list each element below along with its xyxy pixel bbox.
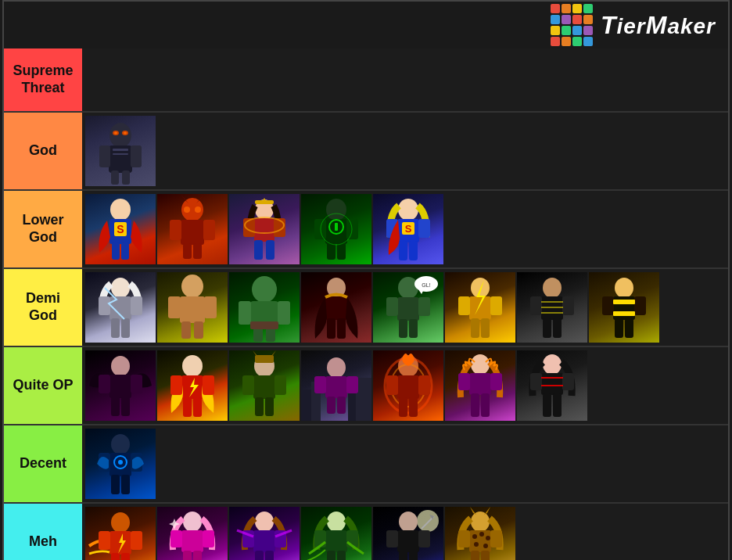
svg-rect-89 <box>490 296 502 315</box>
svg-rect-20 <box>170 220 181 240</box>
svg-rect-145 <box>418 375 430 395</box>
svg-marker-214 <box>470 507 476 515</box>
svg-rect-130 <box>301 389 313 421</box>
svg-rect-175 <box>121 553 130 560</box>
svg-rect-186 <box>255 551 264 560</box>
svg-rect-91 <box>481 318 490 338</box>
tier-label-god: God <box>4 113 82 189</box>
tier-row-demi-god: Demi God <box>4 269 728 347</box>
svg-rect-208 <box>481 551 490 560</box>
logo-cell <box>583 15 593 24</box>
svg-rect-23 <box>193 243 202 259</box>
svg-point-211 <box>486 536 490 540</box>
svg-point-46 <box>398 199 418 221</box>
svg-rect-111 <box>99 375 110 393</box>
tier-item[interactable] <box>517 272 587 343</box>
tier-item[interactable] <box>157 350 228 421</box>
svg-rect-107 <box>613 300 635 304</box>
tier-item[interactable] <box>373 350 443 421</box>
logo-cell <box>562 15 571 24</box>
tier-item[interactable]: S <box>373 194 443 264</box>
tier-items-god <box>82 113 728 189</box>
logo-cell <box>551 26 560 35</box>
svg-rect-156 <box>530 373 542 390</box>
svg-rect-198 <box>418 530 430 547</box>
svg-rect-180 <box>183 551 192 560</box>
tier-item[interactable] <box>85 272 156 343</box>
tier-items-demi-god: GL! <box>82 269 728 346</box>
svg-rect-59 <box>121 318 130 338</box>
tier-item[interactable] <box>445 507 515 560</box>
svg-rect-172 <box>99 531 110 550</box>
svg-rect-78 <box>397 297 419 321</box>
svg-rect-200 <box>409 551 418 560</box>
svg-rect-15 <box>121 242 129 260</box>
svg-rect-178 <box>170 530 182 547</box>
logo-cell <box>572 26 582 35</box>
svg-point-213 <box>483 544 488 548</box>
tier-item[interactable] <box>229 507 300 560</box>
svg-rect-61 <box>180 296 205 323</box>
tier-item[interactable] <box>85 507 156 560</box>
svg-rect-81 <box>399 319 407 338</box>
svg-rect-38 <box>325 219 347 244</box>
svg-rect-64 <box>181 321 191 339</box>
tier-item[interactable] <box>157 194 228 264</box>
tier-item[interactable] <box>229 194 300 264</box>
svg-point-194 <box>417 510 439 532</box>
svg-rect-110 <box>109 375 131 398</box>
svg-rect-68 <box>239 301 251 325</box>
tier-item[interactable] <box>301 350 371 421</box>
tier-item[interactable] <box>589 272 659 343</box>
svg-rect-125 <box>255 397 264 416</box>
svg-rect-187 <box>265 551 274 560</box>
svg-point-77 <box>398 277 418 299</box>
svg-rect-88 <box>458 296 470 315</box>
svg-rect-44 <box>335 223 338 231</box>
svg-rect-76 <box>337 318 346 339</box>
svg-point-27 <box>195 206 201 213</box>
tier-item[interactable] <box>445 272 515 343</box>
tier-item[interactable] <box>229 350 300 421</box>
tier-item[interactable] <box>301 194 371 264</box>
svg-rect-146 <box>399 397 407 417</box>
svg-rect-10 <box>113 149 128 151</box>
svg-rect-57 <box>131 296 142 315</box>
tier-item[interactable] <box>229 272 300 343</box>
tier-item[interactable] <box>85 429 156 499</box>
svg-rect-72 <box>250 321 278 329</box>
tier-item[interactable] <box>85 350 156 421</box>
svg-rect-56 <box>99 296 110 315</box>
tier-row-god: God <box>4 113 728 191</box>
svg-rect-206 <box>490 530 502 547</box>
tier-item[interactable]: GL! <box>373 272 443 343</box>
svg-point-92 <box>543 278 562 298</box>
svg-text:GL!: GL! <box>422 282 430 288</box>
svg-point-188 <box>327 512 346 532</box>
svg-rect-119 <box>183 397 192 417</box>
svg-rect-65 <box>194 321 203 339</box>
svg-rect-82 <box>409 319 418 338</box>
svg-rect-75 <box>327 318 336 339</box>
svg-rect-104 <box>634 296 646 315</box>
tier-item[interactable] <box>157 272 228 343</box>
tier-item[interactable]: S <box>85 194 156 264</box>
tier-item[interactable] <box>85 116 156 186</box>
tier-item[interactable] <box>301 507 371 560</box>
tier-item[interactable] <box>517 350 587 421</box>
tier-item[interactable] <box>157 507 228 560</box>
svg-rect-181 <box>193 551 202 560</box>
svg-rect-177 <box>181 530 203 552</box>
logo-cell <box>551 37 560 46</box>
svg-rect-196 <box>397 530 419 552</box>
svg-rect-158 <box>543 393 551 417</box>
svg-rect-144 <box>386 375 398 395</box>
svg-rect-70 <box>253 328 263 342</box>
tier-item[interactable] <box>445 350 515 421</box>
svg-rect-139 <box>337 397 346 414</box>
svg-rect-51 <box>409 241 418 260</box>
tier-item[interactable] <box>373 507 443 560</box>
svg-rect-11 <box>113 153 128 155</box>
tier-item[interactable] <box>301 272 371 343</box>
logo-cell <box>583 4 593 13</box>
